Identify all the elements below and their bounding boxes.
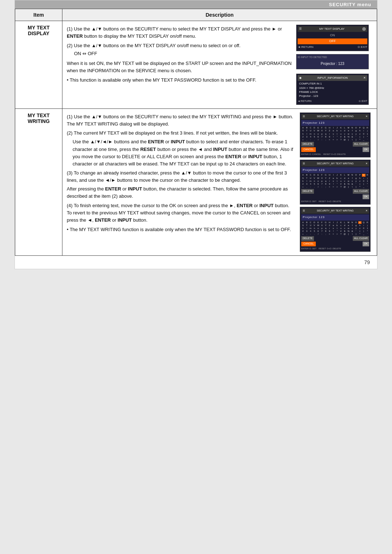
ws2-btns1: DELETE ALL CLEAR xyxy=(301,189,369,194)
screen-projector: ID INPUT TO DETECTED Projector : 123 xyxy=(296,54,369,69)
display-on-off: ON ⇔ OFF xyxy=(67,50,292,57)
writing-step3: (3) To change an already inserted charac… xyxy=(67,169,295,184)
ws1-btns2: CANCEL OK xyxy=(301,147,369,152)
writing-screen-2: ☰ SECURITY_MY TEXT WRITING ✕ Projector 1… xyxy=(300,160,371,205)
ws2-close: ✕ xyxy=(366,162,368,166)
ws3-close: ✕ xyxy=(366,209,368,213)
page-number: 79 xyxy=(15,256,377,269)
ws1-chargrid: ABCDEFGHIJKLMNOPQR STUVWXYZabcdefghij kl… xyxy=(301,127,369,141)
ws3-title: ☰ SECURITY_MY TEXT WRITING ✕ xyxy=(301,208,369,214)
writing-screen-1: ☰ SECURITY_MY TEXT WRITING ✕ Projector 1… xyxy=(300,112,371,157)
ws3-label: SECURITY_MY TEXT WRITING xyxy=(317,209,354,213)
ws2-nav-enter: ENTER ⊡ :SET xyxy=(301,200,317,203)
screen1-onoff: ON OFF xyxy=(298,33,367,44)
ws3-cancel-btn[interactable]: CANCEL xyxy=(301,242,316,246)
screen1-off: OFF xyxy=(298,38,367,44)
screen1-icon: ☰ xyxy=(299,27,302,31)
ws3-nav-reset: RESET ⊙+⊡ :DELETE xyxy=(319,247,341,250)
ws3-nav: ENTER ⊡ :SET RESET ⊙+⊡ :DELETE xyxy=(301,247,369,250)
display-description-text: (1) Use the ▲/▼ buttons on the SECURITY … xyxy=(67,25,292,105)
ws3-chargrid: ABCDEFGHIJKLMNOPQR STUVWXYZabcdefghij kl… xyxy=(301,221,369,236)
ws3-input: Projector 123 xyxy=(301,214,369,220)
ws1-label: SECURITY_MY TEXT WRITING xyxy=(317,115,354,119)
screen3-icon: ◉ xyxy=(299,76,302,80)
ws2-label: SECURITY_MY TEXT WRITING xyxy=(317,162,354,166)
writing-description: (1) Use the ▲/▼ buttons on the SECURITY … xyxy=(67,112,295,252)
ws1-btns1: DELETE ALL CLEAR xyxy=(301,142,369,147)
screen1-titlebar: ☰ MY TEXT DISPLAY xyxy=(298,26,367,32)
ws3-nav-enter: ENTER ⊡ :SET xyxy=(301,247,317,250)
ws1-cancel-btn[interactable]: CANCEL xyxy=(301,147,316,152)
screen-inputinfo: ◉ INPUT_INFORMATION ✕ COMPUTER IN 1 1024… xyxy=(296,74,369,105)
ws3-ok-btn[interactable]: OK xyxy=(363,242,369,246)
screen3-return: ◄:RETURN xyxy=(298,99,311,103)
table-row-writing: MY TEXT WRITING (1) Use the ▲/▼ buttons … xyxy=(15,108,377,255)
screen1-nav: ◄:RETURN ⊙:EXIT xyxy=(298,45,367,49)
ws1-title: ☰ SECURITY_MY TEXT WRITING ✕ xyxy=(301,114,369,119)
screen3-titlebar: ◉ INPUT_INFORMATION ✕ xyxy=(298,75,367,81)
ws1-icon: ☰ xyxy=(303,115,305,119)
col-desc-header: Description xyxy=(62,9,377,21)
screen1-close xyxy=(362,27,366,31)
writing-step2b: Use the ▲/▼/◄/► buttons and the ENTER or… xyxy=(67,138,295,168)
writing-screen-3: ☰ SECURITY_MY TEXT WRITING ✕ Projector 1… xyxy=(300,207,371,252)
screen3-content: COMPUTER IN 1 1024 × 768 @60Hz FRAME LOC… xyxy=(298,81,367,99)
screen3-exit: ⊙:EXIT xyxy=(359,99,367,103)
writing-step1: (1) Use the ▲/▼ buttons on the SECURITY … xyxy=(67,113,295,128)
ws1-delete-btn[interactable]: DELETE xyxy=(301,142,314,147)
screen1-exit: ⊙:EXIT xyxy=(358,45,367,49)
writing-step3b: After pressing the ENTER or INPUT button… xyxy=(67,185,295,200)
security-menu-header: SECURITY menu xyxy=(15,0,377,9)
ws2-icon: ☰ xyxy=(303,162,305,166)
ws3-icon: ☰ xyxy=(303,209,305,213)
screen3-close: ✕ xyxy=(363,76,366,80)
display-step2: (2) Use the ▲/▼ buttons on the MY TEXT D… xyxy=(67,42,292,49)
screen3-nav: ◄:RETURN ⊙:EXIT xyxy=(298,99,367,103)
ws1-allclear-btn[interactable]: ALL CLEAR xyxy=(353,142,369,147)
ws1-nav-reset: RESET ⊙+⊡ :DELETE xyxy=(323,153,346,156)
screen1-on: ON xyxy=(298,33,367,38)
desc-my-text-writing: (1) Use the ▲/▼ buttons on the SECURITY … xyxy=(62,108,377,255)
screen1-title: MY TEXT DISPLAY xyxy=(319,27,345,31)
screen1-return: ◄:RETURN xyxy=(298,45,313,49)
ws2-input: Projector 123 xyxy=(301,167,369,173)
ws1-input: Projector 123 xyxy=(301,120,369,126)
ws2-ok-btn[interactable]: OK xyxy=(363,194,369,199)
screen3-title: INPUT_INFORMATION xyxy=(317,76,348,80)
writing-note: • The MY TEXT WRITING function is availa… xyxy=(67,226,295,233)
ws1-nav-enter: ENTER ⊡ :CANCEL xyxy=(301,153,321,156)
ws3-allclear-btn[interactable]: ALL CLEAR xyxy=(353,236,369,241)
display-when-on: When it is set ON, the MY TEXT will be d… xyxy=(67,60,292,74)
writing-step4: (4) To finish entering text, move the cu… xyxy=(67,202,295,224)
desc-my-text-display: (1) Use the ▲/▼ buttons on the SECURITY … xyxy=(62,21,377,109)
ws2-title: ☰ SECURITY_MY TEXT WRITING ✕ xyxy=(301,161,369,167)
display-step1: (1) Use the ▲/▼ buttons on the SECURITY … xyxy=(67,25,292,40)
col-item-header: Item xyxy=(15,9,62,21)
ws3-btns1: DELETE ALL CLEAR xyxy=(301,236,369,241)
screen2-projector: Projector : 123 xyxy=(298,59,367,68)
ws3-delete-btn[interactable]: DELETE xyxy=(301,236,314,241)
screen-mytextdisplay: ☰ MY TEXT DISPLAY ON OFF ◄:RETURN xyxy=(296,25,369,51)
writing-step2: (2) The current MY TEXT will be displaye… xyxy=(67,130,295,137)
ws2-btns2: OK xyxy=(301,194,369,199)
ws1-ok-btn[interactable]: OK xyxy=(363,147,369,152)
ws2-nav-reset: RESET ⊙+⊡ :DELETE xyxy=(319,200,341,203)
table-row: MY TEXT DISPLAY (1) Use the ▲/▼ buttons … xyxy=(15,21,377,109)
display-screenshots: ☰ MY TEXT DISPLAY ON OFF ◄:RETURN xyxy=(296,25,372,105)
display-note: • This function is available only when t… xyxy=(67,77,292,84)
ws1-nav: ENTER ⊡ :CANCEL RESET ⊙+⊡ :DELETE xyxy=(301,153,369,156)
ws2-allclear-btn[interactable]: ALL CLEAR xyxy=(353,189,369,194)
ws2-nav: ENTER ⊡ :SET RESET ⊙+⊡ :DELETE xyxy=(301,200,369,203)
item-my-text-writing: MY TEXT WRITING xyxy=(15,108,62,255)
writing-screenshots: ☰ SECURITY_MY TEXT WRITING ✕ Projector 1… xyxy=(300,112,372,252)
ws1-close: ✕ xyxy=(366,115,368,119)
screen2-subtitle: ID INPUT TO DETECTED xyxy=(298,56,367,59)
item-my-text-display: MY TEXT DISPLAY xyxy=(15,21,62,109)
ws2-delete-btn[interactable]: DELETE xyxy=(301,189,314,194)
ws3-btns2: CANCEL OK xyxy=(301,242,369,246)
ws2-chargrid: ABCDEFGHIJKLMNOPQR STUVWXYZabcdefghij kl… xyxy=(301,174,369,188)
